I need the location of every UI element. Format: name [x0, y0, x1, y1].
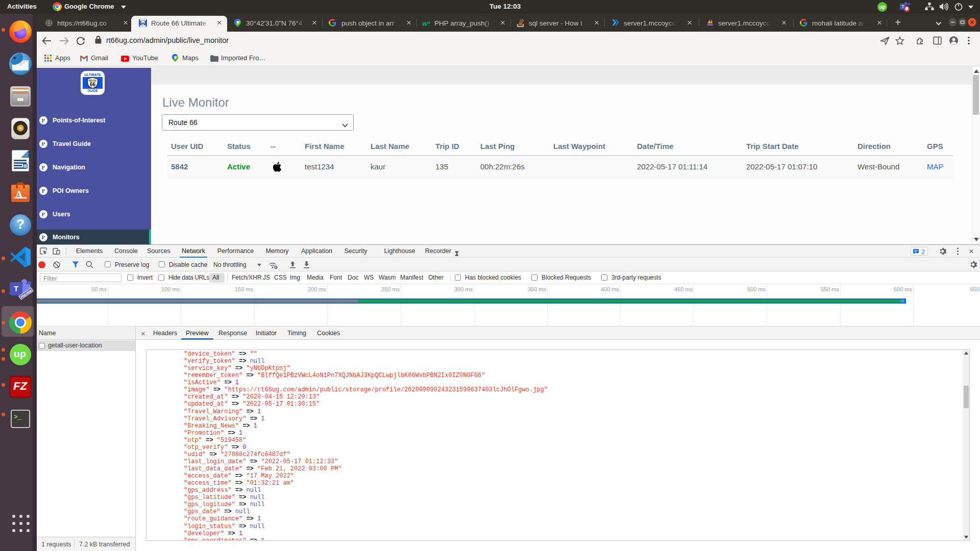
svg-text:PASA: PASA: [707, 24, 713, 26]
svg-text:66: 66: [141, 22, 145, 25]
svg-text:66: 66: [90, 82, 96, 87]
